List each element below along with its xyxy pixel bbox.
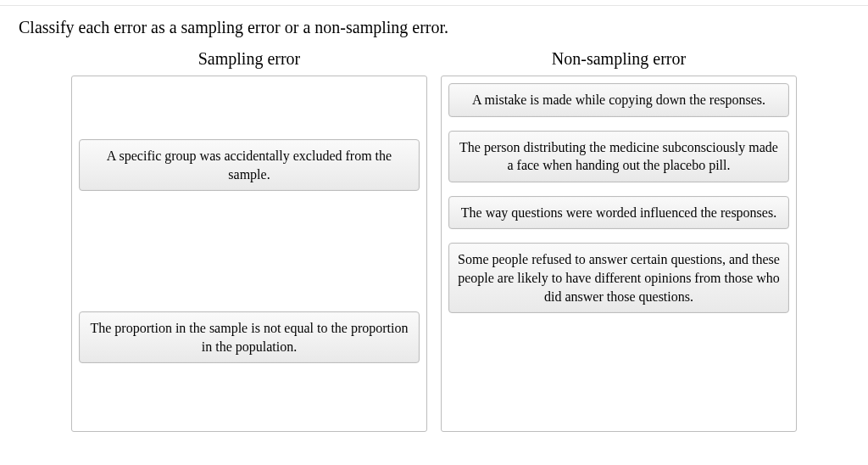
classification-columns: Sampling error A specific group was acci… xyxy=(0,46,868,432)
spacer xyxy=(79,83,420,126)
dropzone-sampling-error[interactable]: A specific group was accidentally exclud… xyxy=(71,76,427,432)
chip-copying-mistake[interactable]: A mistake is made while copying down the… xyxy=(448,83,789,117)
chip-question-wording[interactable]: The way questions were worded influenced… xyxy=(448,196,789,230)
heading-non-sampling-error: Non-sampling error xyxy=(552,49,686,69)
spacer xyxy=(79,204,420,298)
dropzone-non-sampling-error[interactable]: A mistake is made while copying down the… xyxy=(441,76,797,432)
chip-refused-answer[interactable]: Some people refused to answer certain qu… xyxy=(448,243,789,313)
chip-proportion-mismatch[interactable]: The proportion in the sample is not equa… xyxy=(79,311,420,363)
chip-excluded-group[interactable]: A specific group was accidentally exclud… xyxy=(79,139,420,191)
chip-placebo-face[interactable]: The person distributing the medicine sub… xyxy=(448,131,789,182)
column-sampling-error: Sampling error A specific group was acci… xyxy=(71,46,427,432)
column-non-sampling-error: Non-sampling error A mistake is made whi… xyxy=(441,46,797,432)
heading-sampling-error: Sampling error xyxy=(198,49,301,69)
question-prompt: Classify each error as a sampling error … xyxy=(0,6,868,46)
